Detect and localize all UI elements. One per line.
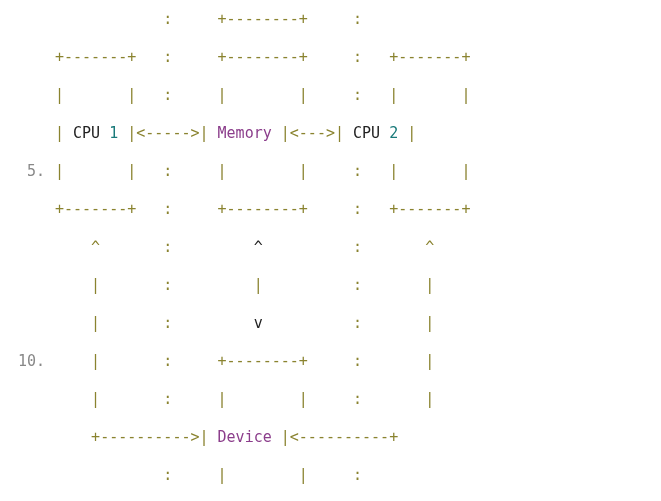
ascii-diagram: : +--------+ : +-------+ : +--------+ : … (55, 0, 470, 501)
line-number-10: 10. (18, 352, 45, 370)
line-number-5: 5. (27, 162, 45, 180)
memory-label: Memory (218, 124, 272, 142)
line-number-gutter: 5. 10. (0, 0, 55, 501)
cpu-1-label: CPU (73, 124, 100, 142)
cpu-1-num: 1 (109, 124, 118, 142)
device-label: Device (218, 428, 272, 446)
cpu-2-num: 2 (389, 124, 398, 142)
cpu-2-label: CPU (353, 124, 380, 142)
